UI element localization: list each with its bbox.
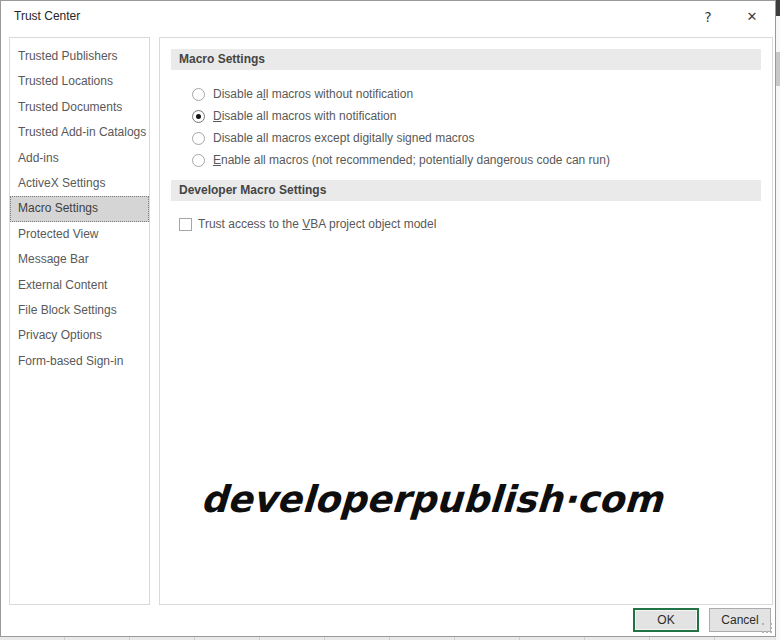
sidebar-item-trusted-publishers[interactable]: Trusted Publishers: [10, 44, 149, 69]
sidebar-item-external-content[interactable]: External Content: [10, 273, 149, 298]
radio-icon[interactable]: [192, 132, 205, 145]
radio-option-disable-without-notification[interactable]: Disable all macros without notification: [160, 83, 413, 105]
developer-macro-settings-header: Developer Macro Settings: [171, 180, 761, 201]
radio-label: Disable all macros except digitally sign…: [213, 131, 474, 145]
radio-label: Disable all macros without notification: [213, 87, 413, 101]
sidebar-item-file-block-settings[interactable]: File Block Settings: [10, 298, 149, 323]
radio-icon[interactable]: [192, 154, 205, 167]
radio-label: Enable all macros (not recommended; pote…: [213, 153, 610, 167]
title-bar: Trust Center ? ✕: [1, 1, 775, 33]
radio-option-disable-with-notification[interactable]: Disable all macros with notification: [160, 105, 396, 127]
radio-option-enable-all[interactable]: Enable all macros (not recommended; pote…: [160, 149, 610, 171]
radio-icon-selected[interactable]: [192, 110, 205, 123]
checkbox-label: Trust access to the VBA project object m…: [198, 217, 436, 231]
sidebar-item-trusted-documents[interactable]: Trusted Documents: [10, 95, 149, 120]
radio-icon[interactable]: [192, 88, 205, 101]
sidebar-item-protected-view[interactable]: Protected View: [10, 222, 149, 247]
close-icon[interactable]: ✕: [737, 5, 767, 29]
help-icon[interactable]: ?: [693, 5, 723, 29]
watermark-text: developerpublish·com: [200, 478, 664, 521]
checkbox-trust-vba-access[interactable]: Trust access to the VBA project object m…: [160, 213, 436, 235]
radio-label: Disable all macros with notification: [213, 109, 396, 123]
screen: Trust Center ? ✕ Trusted Publishers Trus…: [0, 0, 780, 640]
sidebar-item-activex-settings[interactable]: ActiveX Settings: [10, 171, 149, 196]
background-scrollbar-thumb: [776, 52, 780, 86]
sidebar-item-trusted-addin-catalogs[interactable]: Trusted Add-in Catalogs: [10, 120, 149, 145]
macro-settings-header: Macro Settings: [171, 49, 761, 70]
sidebar-item-form-based-signin[interactable]: Form-based Sign-in: [10, 349, 149, 374]
radio-option-disable-except-signed[interactable]: Disable all macros except digitally sign…: [160, 127, 474, 149]
trust-center-dialog: Trust Center ? ✕ Trusted Publishers Trus…: [0, 0, 776, 637]
sidebar-item-addins[interactable]: Add-ins: [10, 146, 149, 171]
sidebar-item-macro-settings[interactable]: Macro Settings: [10, 196, 149, 221]
resize-grip[interactable]: [762, 623, 774, 635]
sidebar: Trusted Publishers Trusted Locations Tru…: [9, 37, 150, 605]
dialog-title: Trust Center: [14, 9, 80, 23]
checkbox-icon[interactable]: [179, 218, 192, 231]
ok-button[interactable]: OK: [633, 608, 699, 632]
sidebar-item-privacy-options[interactable]: Privacy Options: [10, 323, 149, 348]
sidebar-item-message-bar[interactable]: Message Bar: [10, 247, 149, 272]
sidebar-item-trusted-locations[interactable]: Trusted Locations: [10, 69, 149, 94]
